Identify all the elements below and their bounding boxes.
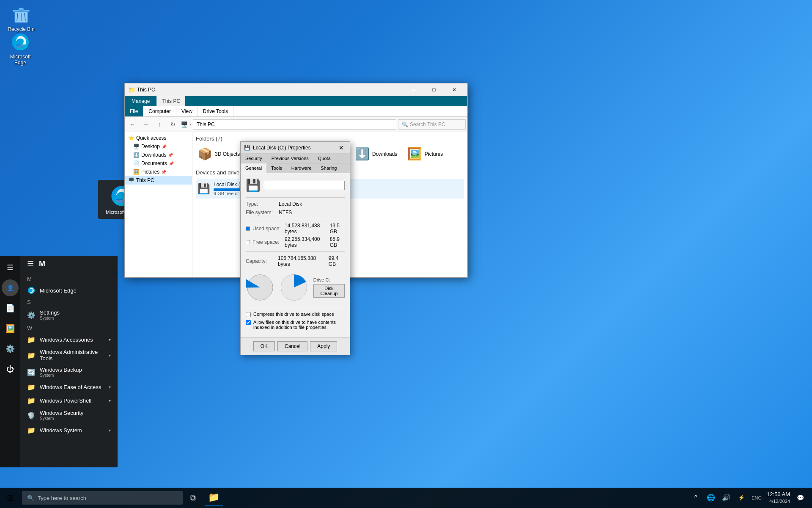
system-label: Windows System — [40, 427, 104, 433]
apply-button[interactable]: Apply — [310, 341, 337, 351]
sidebar-quick-access[interactable]: ⭐ Quick access — [125, 134, 192, 142]
refresh-button[interactable]: ↻ — [167, 119, 179, 130]
tab-quota[interactable]: Quota — [313, 154, 335, 163]
admin-icon: 📁 — [27, 351, 36, 359]
compress-checkbox[interactable] — [246, 312, 251, 317]
free-bytes: 92,255,334,400 bytes — [285, 236, 324, 248]
fe-title-icon: 📁 — [128, 86, 135, 93]
powershell-icon: 📁 — [27, 396, 36, 405]
sidebar-desktop[interactable]: 🖥️ Desktop 📌 — [125, 142, 192, 151]
address-pc-icon: 🖥️ — [181, 121, 188, 128]
tab-tools[interactable]: Tools — [266, 163, 287, 173]
hamburger-menu[interactable]: ☰ — [2, 259, 19, 276]
network-icon[interactable]: 🌐 — [704, 491, 718, 505]
compress-row: Compress this drive to save disk space — [246, 312, 345, 317]
tray-chevron[interactable]: ^ — [689, 491, 702, 505]
properties-close[interactable]: ✕ — [336, 143, 346, 153]
sidebar-downloads[interactable]: ⬇️ Downloads 📌 — [125, 151, 192, 159]
start-item-system[interactable]: 📁 Windows System ▾ — [20, 423, 118, 437]
tab-computer[interactable]: Computer — [143, 106, 176, 116]
volume-icon[interactable]: 🔊 — [719, 491, 733, 505]
recycle-bin-icon[interactable]: Recycle Bin — [4, 4, 38, 32]
address-bar[interactable]: This PC — [193, 119, 396, 130]
clock[interactable]: 12:56 AM 4/12/2024 — [765, 491, 792, 505]
sidebar-documents[interactable]: 📄 Documents 📌 — [125, 159, 192, 168]
start-item-accessories[interactable]: 📁 Windows Accessories ▾ — [20, 333, 118, 346]
search-bar[interactable]: 🔍 Search This PC — [398, 119, 466, 130]
recycle-bin-label: Recycle Bin — [8, 26, 34, 32]
fs-row: File system: NTFS — [246, 210, 345, 215]
compress-label: Compress this drive to save disk space — [253, 312, 334, 317]
accessories-label: Windows Accessories — [40, 337, 104, 343]
manage-tab[interactable]: Manage — [125, 96, 156, 106]
tab-general[interactable]: General — [241, 163, 266, 173]
folder-pictures[interactable]: 🖼️ Pictures — [406, 145, 456, 163]
quick-access-label: Quick access — [136, 135, 166, 141]
accessories-icon: 📁 — [27, 335, 36, 344]
start-item-admin[interactable]: 📁 Windows Administrative Tools ▾ — [20, 346, 118, 364]
sidebar-pictures[interactable]: 🖼️ Pictures 📌 — [125, 168, 192, 176]
forward-button[interactable]: → — [140, 119, 152, 130]
pictures-folder-icon: 🖼️ — [133, 169, 140, 175]
start-item-ease[interactable]: 📁 Windows Ease of Access ▾ — [20, 380, 118, 394]
sidebar-this-pc[interactable]: 🖥️ This PC — [125, 176, 192, 185]
edge-icon — [27, 286, 36, 295]
start-item-edge[interactable]: Microsoft Edge — [20, 284, 118, 297]
start-item-settings[interactable]: ⚙️ Settings System — [20, 307, 118, 323]
up-button[interactable]: ↑ — [154, 119, 165, 130]
system-tray: ^ 🌐 🔊 ⚡ ENG 12:56 AM 4/12/2024 💬 — [684, 491, 812, 505]
folder-3d-icon: 📦 — [198, 147, 212, 161]
task-view-button[interactable]: ⧉ — [184, 489, 201, 506]
folder-pictures-icon: 🖼️ — [407, 147, 422, 161]
taskbar-file-explorer[interactable]: 📁 — [205, 489, 223, 506]
start-button[interactable]: ⊞ — [0, 488, 20, 508]
desktop-pin: 📌 — [162, 144, 167, 149]
drive-name-input[interactable] — [264, 181, 345, 190]
start-menu-list: M Microsoft Edge — [20, 272, 118, 467]
lang-indicator[interactable]: ENG — [750, 495, 763, 500]
disk-cleanup-button[interactable]: Disk Cleanup — [313, 284, 345, 298]
folders-header: Folders (7) — [196, 135, 464, 142]
folder-3d[interactable]: 📦 3D Objects — [196, 145, 247, 163]
cancel-button[interactable]: Cancel — [277, 341, 307, 351]
index-checkbox[interactable] — [246, 320, 251, 325]
used-dot — [246, 226, 250, 231]
address-toolbar: ← → ↑ ↻ 🖥️ › This PC 🔍 Search This PC — [125, 117, 467, 132]
tab-drive-tools[interactable]: Drive Tools — [198, 106, 233, 116]
start-item-powershell[interactable]: 📁 Windows PowerShell ▾ — [20, 394, 118, 407]
tab-previous[interactable]: Previous Versions — [267, 154, 313, 163]
edge-item-label: Microsoft Edge — [40, 287, 111, 294]
taskbar: ⊞ 🔍 Type here to search ⧉ 📁 ^ 🌐 🔊 ⚡ ENG … — [0, 488, 812, 508]
tab-file[interactable]: File — [125, 106, 143, 116]
tab-security[interactable]: Security — [241, 154, 267, 163]
minimize-button[interactable]: ─ — [404, 83, 423, 96]
tab-view[interactable]: View — [176, 106, 198, 116]
maximize-button[interactable]: □ — [424, 83, 444, 96]
tab-sharing[interactable]: Sharing — [316, 163, 342, 173]
ok-button[interactable]: OK — [253, 341, 275, 351]
tab-hardware[interactable]: Hardware — [287, 163, 316, 173]
photos-icon[interactable]: 🖼️ — [2, 320, 19, 337]
docs-icon[interactable]: 📄 — [2, 300, 19, 317]
used-bytes: 14,528,831,488 bytes — [285, 223, 324, 235]
file-explorer-taskbar-icon: 📁 — [208, 492, 219, 503]
user-icon[interactable]: 👤 — [2, 279, 19, 296]
settings-sidebar-icon[interactable]: ⚙️ — [2, 340, 19, 357]
powershell-label: Windows PowerShell — [40, 398, 104, 404]
menu-icon[interactable]: ☰ — [27, 259, 34, 268]
divider-4 — [246, 308, 345, 308]
start-menu: ☰ M M — [20, 256, 118, 467]
window-controls: ─ □ ✕ — [404, 83, 464, 96]
folder-downloads-label: Downloads — [372, 151, 397, 157]
close-button[interactable]: ✕ — [444, 83, 464, 96]
start-item-backup[interactable]: 🔄 Windows Backup System — [20, 364, 118, 380]
notification-icon[interactable]: 💬 — [793, 491, 807, 505]
folder-downloads[interactable]: ⬇️ Downloads — [353, 145, 404, 163]
documents-folder-icon: 📄 — [133, 160, 140, 166]
cap-bytes: 106,784,165,888 bytes — [278, 255, 323, 267]
start-item-security[interactable]: 🛡️ Windows Security System — [20, 407, 118, 423]
edge-desktop-icon[interactable]: Microsoft Edge — [3, 32, 37, 66]
back-button[interactable]: ← — [126, 119, 138, 130]
power-icon[interactable]: ⏻ — [2, 361, 19, 378]
taskbar-search[interactable]: 🔍 Type here to search — [22, 491, 183, 505]
